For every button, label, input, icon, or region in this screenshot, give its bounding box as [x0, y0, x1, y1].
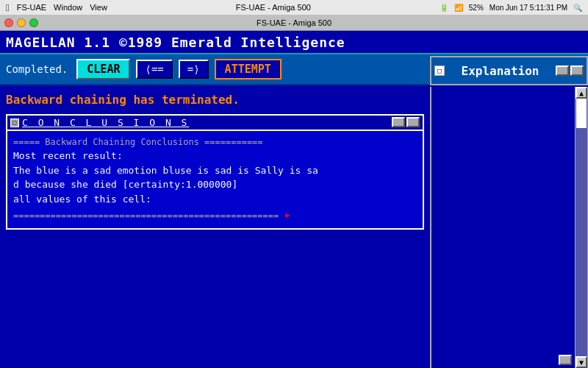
conclusions-line-1: Most recent result:	[13, 149, 417, 163]
conclusions-winbtns	[392, 117, 420, 127]
scrollbar-down-button[interactable]: ▼	[576, 356, 587, 368]
maximize-button[interactable]	[29, 18, 38, 27]
apple-icon[interactable]: 	[6, 2, 10, 13]
menu-view[interactable]: View	[90, 3, 107, 12]
conclusions-box: □ C O N C L U S I O N S ===== Backward C…	[6, 114, 424, 230]
content-area: Backward chaining has terminated. □ C O …	[0, 87, 430, 368]
search-icon[interactable]: 🔍	[573, 4, 582, 12]
conclusions-maximize-btn[interactable]	[392, 117, 405, 127]
conclusions-restore-btn[interactable]	[406, 117, 420, 127]
status-text: Completed.	[6, 63, 68, 75]
close-button[interactable]	[4, 18, 13, 27]
nav-forward-button[interactable]: =⟩	[179, 60, 209, 79]
conclusions-content: ===== Backward Chaining Conclusions ====…	[7, 131, 423, 228]
magellan-title: MAGELLAN 1.1 ©1989 Emerald Intelligence	[6, 35, 345, 50]
clear-button[interactable]: CLEAR	[76, 59, 130, 79]
explanation-header: □ Explanation	[430, 56, 588, 85]
conclusions-line-0: ===== Backward Chaining Conclusions ====…	[13, 135, 417, 149]
conclusions-line-2: The blue is a sad emotion bluse is sad i…	[13, 163, 417, 178]
window-controls	[4, 18, 38, 27]
datetime: Mon Jun 17 5:11:31 PM	[490, 4, 567, 12]
conclusions-line-5: ========================================…	[13, 206, 417, 224]
explanation-winbtns	[556, 66, 584, 76]
nav-back-button[interactable]: ⟨==	[136, 60, 172, 79]
wifi-icon: 📶	[454, 4, 463, 12]
conclusions-titlebar: □ C O N C L U S I O N S	[7, 116, 423, 131]
conclusions-icon[interactable]: □	[10, 118, 19, 127]
window-title-center: FS-UAE - Amiga 500	[236, 3, 311, 12]
mac-menubar:  FS-UAE Window View FS-UAE - Amiga 500 …	[0, 0, 588, 15]
menu-window[interactable]: Window	[54, 3, 82, 12]
explanation-maximize-btn[interactable]	[556, 66, 569, 76]
window-titlebar: FS-UAE - Amiga 500	[0, 15, 588, 31]
conclusions-line-3: d because she died [certainty:1.000000]	[13, 177, 417, 192]
bottomright-corner-button[interactable]	[559, 355, 572, 365]
conclusions-line-4: all values of this cell:	[13, 192, 417, 207]
conclusions-title: C O N C L U S I O N S	[22, 117, 189, 128]
mac-menubar-right: 🔋 📶 52% Mon Jun 17 5:11:31 PM 🔍	[440, 4, 582, 12]
minimize-button[interactable]	[17, 18, 26, 27]
explanation-close-btn[interactable]	[570, 66, 584, 76]
attempt-button[interactable]: ATTEMPT	[215, 59, 282, 79]
explanation-label: Explanation	[462, 64, 539, 78]
magellan-titlebar: MAGELLAN 1.1 ©1989 Emerald Intelligence	[0, 31, 588, 54]
mac-menubar-left:  FS-UAE Window View	[6, 2, 107, 13]
battery-percent: 52%	[469, 4, 484, 12]
menu-app[interactable]: FS-UAE	[17, 3, 46, 12]
backward-chaining-text: Backward chaining has terminated.	[6, 93, 424, 107]
titlebar-text: FS-UAE - Amiga 500	[257, 18, 331, 27]
scrollbar-thumb[interactable]	[576, 99, 587, 128]
battery-icon: 🔋	[440, 4, 448, 12]
magellan-window: MAGELLAN 1.1 ©1989 Emerald Intelligence …	[0, 31, 588, 368]
scrollbar-track	[576, 99, 587, 356]
cursor-indicator: ▸	[284, 206, 291, 224]
explanation-scrollbar: ▲ ▼	[575, 87, 588, 368]
explanation-panel: ▲ ▼	[430, 87, 588, 368]
explanation-panel-icon[interactable]: □	[434, 66, 445, 76]
scrollbar-up-button[interactable]: ▲	[576, 87, 587, 99]
